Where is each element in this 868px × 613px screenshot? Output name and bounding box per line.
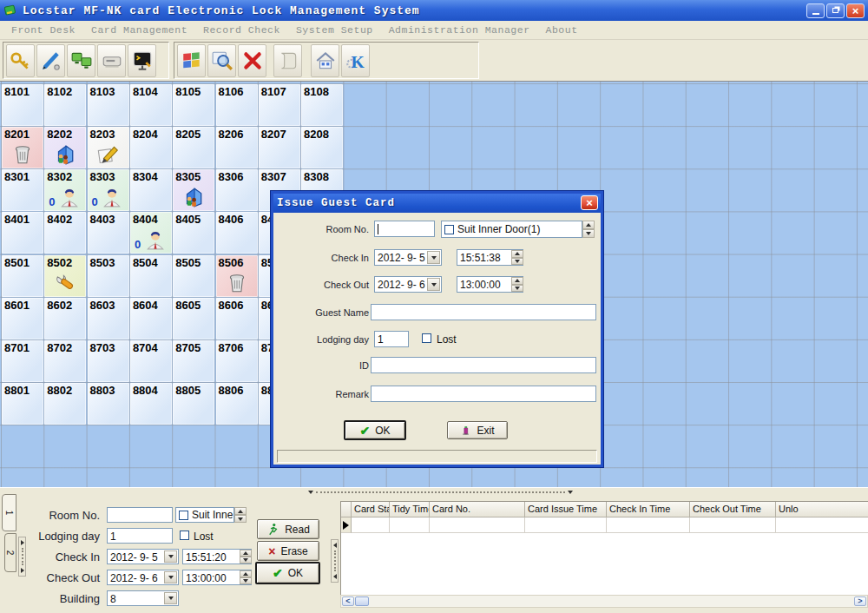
room-8107[interactable]: 8107 — [259, 84, 300, 126]
check-out-date-combo[interactable]: 2012- 9- 6 — [374, 276, 442, 293]
room-8501[interactable]: 8501 — [2, 255, 43, 297]
room-8403[interactable]: 8403 — [88, 212, 129, 254]
suit-inner-door-checkbox[interactable]: Suit Inner Door(1) — [441, 221, 582, 238]
check-in-date-combo[interactable]: 2012- 9- 5 — [374, 249, 442, 266]
room-8806[interactable]: 8806 — [216, 383, 258, 425]
room-8207[interactable]: 8207 — [259, 127, 300, 168]
room-8202[interactable]: 8202 — [44, 127, 86, 168]
lodging-day-input[interactable]: 1 — [107, 528, 173, 544]
column-header-check-in-time[interactable]: Check In Time — [607, 502, 690, 517]
room-8102[interactable]: 8102 — [44, 84, 86, 126]
room-8203[interactable]: 8203 — [88, 127, 129, 168]
toolbar-delete-button[interactable] — [238, 44, 266, 77]
menu-administration-manager[interactable]: Administration Manager — [381, 23, 538, 37]
check-out-time-spinner[interactable] — [511, 277, 523, 292]
room-8701[interactable]: 8701 — [2, 340, 43, 382]
dialog-exit-button[interactable]: Exit — [447, 421, 508, 439]
room-8604[interactable]: 8604 — [130, 298, 172, 339]
suit-inner-spinner[interactable] — [234, 507, 247, 523]
room-no-input[interactable] — [107, 507, 173, 523]
horizontal-splitter[interactable] — [308, 489, 573, 496]
room-8104[interactable]: 8104 — [130, 84, 172, 126]
table-h-scrollbar[interactable]: < > — [340, 595, 868, 608]
table-splitter[interactable] — [331, 539, 339, 583]
guest-name-input[interactable] — [371, 304, 596, 320]
panel-tab-1[interactable]: 1 — [2, 494, 16, 531]
room-8106[interactable]: 8106 — [216, 84, 258, 126]
toolbar-encoder-button[interactable] — [97, 44, 126, 77]
remark-input[interactable] — [371, 386, 596, 402]
room-8404[interactable]: 84040 — [130, 212, 172, 254]
scroll-right-button[interactable]: > — [854, 597, 866, 606]
lost-checkbox[interactable] — [180, 531, 189, 540]
toolbar-network-button[interactable] — [67, 44, 95, 77]
check-in-time-spinner[interactable] — [240, 550, 252, 564]
menu-about[interactable]: About — [538, 23, 586, 37]
room-8305[interactable]: 8305 — [173, 169, 214, 211]
read-button[interactable]: Read — [257, 519, 319, 539]
scroll-left-button[interactable]: < — [342, 597, 354, 606]
dropdown-icon[interactable] — [427, 251, 440, 264]
room-8705[interactable]: 8705 — [173, 340, 214, 382]
room-8804[interactable]: 8804 — [130, 383, 172, 425]
room-8702[interactable]: 8702 — [44, 340, 86, 382]
toolbar-report-button[interactable] — [273, 44, 302, 77]
close-button[interactable]: × — [846, 3, 865, 18]
room-8802[interactable]: 8802 — [44, 383, 86, 425]
toolbar-terminal-button[interactable] — [128, 44, 156, 77]
column-header-card-issue-time[interactable]: Card Issue Time — [525, 502, 607, 517]
room-8603[interactable]: 8603 — [88, 298, 129, 339]
room-8502[interactable]: 8502 — [44, 255, 86, 297]
room-8205[interactable]: 8205 — [173, 127, 214, 168]
room-8606[interactable]: 8606 — [216, 298, 258, 339]
toolbar-room-state-button[interactable] — [177, 44, 206, 77]
room-8208[interactable]: 8208 — [301, 127, 343, 168]
menu-front-desk[interactable]: Front Desk — [3, 23, 83, 37]
column-header-card-no-[interactable]: Card No. — [430, 502, 525, 517]
restore-button[interactable] — [826, 3, 845, 18]
toolbar-about-k-button[interactable]: K — [341, 44, 370, 77]
room-no-input[interactable] — [374, 221, 435, 237]
erase-button[interactable]: × Erase — [257, 541, 319, 561]
room-8101[interactable]: 8101 — [2, 84, 43, 126]
check-out-date-combo[interactable]: 2012- 9- 6 — [107, 570, 179, 585]
check-out-time-spinner[interactable] — [240, 570, 252, 584]
dropdown-icon[interactable] — [164, 571, 177, 583]
column-header-unlo[interactable]: Unlo — [776, 502, 868, 517]
dialog-ok-button[interactable]: ✔ OK — [344, 420, 406, 440]
check-in-date-combo[interactable]: 2012- 9- 5 — [107, 549, 179, 564]
panel-ok-button[interactable]: ✔ OK — [255, 562, 320, 584]
room-8206[interactable]: 8206 — [216, 127, 258, 168]
room-8801[interactable]: 8801 — [2, 383, 43, 425]
id-input[interactable] — [371, 357, 596, 373]
room-8601[interactable]: 8601 — [2, 298, 43, 339]
minimize-button[interactable] — [806, 3, 825, 18]
building-combo[interactable]: 8 — [107, 590, 179, 606]
toolbar-home-button[interactable] — [311, 44, 339, 77]
suit-inner-spinner[interactable] — [582, 221, 595, 238]
room-8401[interactable]: 8401 — [2, 212, 43, 254]
menu-record-check[interactable]: Record Check — [195, 23, 288, 37]
room-8605[interactable]: 8605 — [173, 298, 214, 339]
room-8108[interactable]: 8108 — [301, 84, 343, 126]
room-8504[interactable]: 8504 — [130, 255, 172, 297]
room-8706[interactable]: 8706 — [216, 340, 258, 382]
column-header-tidy-time[interactable]: Tidy Time — [390, 502, 430, 517]
lodging-day-input[interactable]: 1 — [374, 331, 409, 347]
room-8405[interactable]: 8405 — [173, 212, 214, 254]
menu-card-management[interactable]: Card Management — [83, 23, 195, 37]
table-row[interactable] — [341, 517, 868, 533]
toolbar-register-button[interactable] — [36, 44, 65, 77]
room-8301[interactable]: 8301 — [2, 169, 43, 211]
room-8602[interactable]: 8602 — [44, 298, 86, 339]
dropdown-icon[interactable] — [164, 550, 177, 563]
dropdown-icon[interactable] — [164, 592, 177, 604]
room-8703[interactable]: 8703 — [88, 340, 129, 382]
room-8704[interactable]: 8704 — [130, 340, 172, 382]
suit-inner-checkbox[interactable]: Suit Inne — [175, 507, 234, 523]
room-8204[interactable]: 8204 — [130, 127, 172, 168]
room-8505[interactable]: 8505 — [173, 255, 214, 297]
room-8805[interactable]: 8805 — [173, 383, 214, 425]
room-8103[interactable]: 8103 — [88, 84, 129, 126]
room-8406[interactable]: 8406 — [216, 212, 258, 254]
